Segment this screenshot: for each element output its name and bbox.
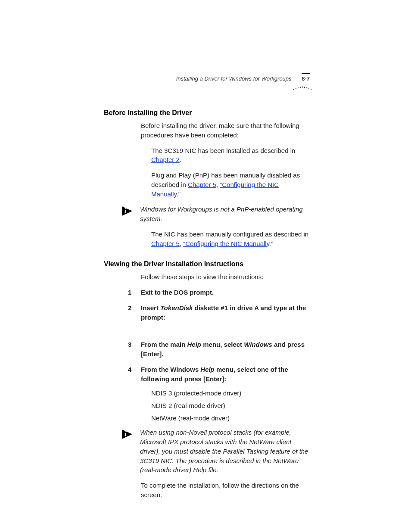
step-4: From the Windows Help menu, select one o… [128, 365, 310, 384]
closing-paragraph: To complete the installation, follow the… [141, 481, 310, 500]
svg-marker-11 [122, 429, 132, 439]
svg-point-3 [300, 87, 301, 87]
note-block-2: i When using non-Novell protocol stacks … [121, 428, 310, 475]
svg-point-5 [304, 87, 305, 87]
link-chapter-2[interactable]: Chapter 2 [151, 156, 180, 163]
step-2: Insert TokenDisk diskette #1 in drive A … [128, 303, 310, 322]
heading-viewing-instructions: Viewing the Driver Installation Instruct… [104, 260, 310, 268]
step-3: From the main Help menu, select Windows … [128, 340, 310, 359]
link-chapter-5-b[interactable]: Chapter 5 [151, 240, 180, 247]
prereq-item-2: Plug and Play (PnP) has been manually di… [151, 171, 310, 199]
svg-point-4 [302, 87, 303, 88]
svg-text:i: i [125, 430, 127, 438]
svg-point-2 [298, 87, 299, 88]
driver-option: NDIS 3 (protected-mode driver) [151, 389, 310, 397]
prereq-item-3: The NIC has been manually configured as … [151, 230, 310, 249]
svg-point-6 [306, 87, 307, 88]
note-text-1: Windows for Workgroups is not a PnP-enab… [140, 205, 310, 224]
steps-list: Exit to the DOS prompt. Insert TokenDisk… [128, 288, 310, 383]
driver-option: NDIS 2 (real-mode driver) [151, 402, 310, 409]
heading-before-installing: Before Installing the Driver [104, 109, 310, 117]
section2-intro: Follow these steps to view the instructi… [141, 272, 310, 282]
running-title: Installing a Driver for Windows for Work… [176, 75, 292, 82]
svg-text:i: i [125, 207, 127, 215]
svg-point-7 [308, 88, 309, 89]
driver-option-list: NDIS 3 (protected-mode driver) NDIS 2 (r… [151, 389, 310, 422]
info-icon: i [121, 205, 134, 217]
link-configuring-nic-b[interactable]: “Configuring the NIC Manually [183, 240, 269, 247]
info-icon: i [121, 429, 134, 440]
running-header: Installing a Driver for Windows for Work… [176, 73, 310, 82]
link-chapter-5-a[interactable]: Chapter 5 [188, 181, 216, 188]
page-content: Installing a Driver for Windows for Work… [104, 75, 310, 506]
prereq-item-1: The 3C319 NIC has been installed as desc… [151, 146, 310, 165]
svg-point-0 [293, 89, 294, 90]
note-text-2: When using non-Novell protocol stacks (f… [140, 428, 310, 475]
page-number: 8-7 [302, 73, 310, 82]
svg-point-8 [311, 89, 311, 90]
step-1: Exit to the DOS prompt. [128, 288, 310, 297]
note-block-1: i Windows for Workgroups is not a PnP-en… [121, 205, 310, 224]
section1-intro: Before installing the driver, make sure … [141, 121, 310, 140]
svg-point-1 [296, 88, 296, 89]
decorative-dots-icon [293, 85, 312, 91]
driver-option: NetWare (real-mode driver) [151, 414, 310, 422]
svg-marker-9 [122, 206, 132, 216]
